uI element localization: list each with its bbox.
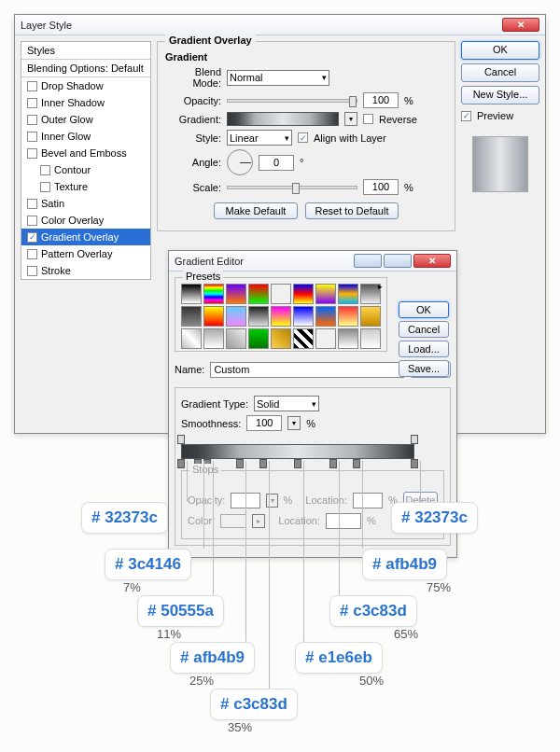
style-item-color-overlay[interactable]: Color Overlay: [21, 212, 150, 229]
preset-swatch[interactable]: [203, 284, 224, 304]
cancel-button[interactable]: Cancel: [461, 63, 539, 82]
make-default-button[interactable]: Make Default: [214, 202, 298, 219]
opacity-label: Opacity:: [165, 95, 221, 106]
style-item-inner-shadow[interactable]: Inner Shadow: [21, 94, 150, 111]
style-item-inner-glow[interactable]: Inner Glow: [21, 128, 150, 145]
preset-swatch[interactable]: [203, 306, 224, 327]
style-item-drop-shadow[interactable]: Drop Shadow: [21, 77, 150, 94]
preset-swatch[interactable]: [293, 328, 314, 349]
checkbox[interactable]: [27, 249, 37, 259]
checkbox[interactable]: [27, 132, 37, 142]
scale-slider[interactable]: [227, 186, 357, 189]
style-item-pattern-overlay[interactable]: Pattern Overlay: [21, 245, 150, 262]
color-annotation: # afb4b9: [170, 642, 255, 674]
style-combo[interactable]: Linear: [227, 130, 292, 146]
preset-swatch[interactable]: [271, 328, 291, 349]
preview-checkbox[interactable]: [461, 111, 471, 121]
preset-swatch[interactable]: [360, 328, 381, 349]
preset-swatch[interactable]: [360, 306, 381, 327]
style-item-stroke[interactable]: Stroke: [21, 262, 150, 279]
ge-load-button[interactable]: Load...: [399, 341, 449, 357]
gradient-swatch[interactable]: [227, 112, 339, 126]
style-item-texture[interactable]: Texture: [21, 178, 150, 195]
scale-value[interactable]: 100: [363, 179, 399, 195]
style-item-bevel-and-emboss[interactable]: Bevel and Emboss: [21, 145, 150, 161]
blend-mode-label: Blend Mode:: [165, 66, 221, 89]
minimize-icon[interactable]: [354, 254, 382, 268]
smoothness-dropdown[interactable]: ▾: [287, 416, 301, 430]
checkbox[interactable]: [40, 165, 50, 175]
checkbox[interactable]: [27, 148, 37, 159]
checkbox[interactable]: [27, 98, 37, 108]
angle-dial[interactable]: [227, 149, 253, 175]
gradient-picker-button[interactable]: ▾: [344, 112, 357, 126]
preset-swatch[interactable]: [271, 306, 291, 327]
reset-default-button[interactable]: Reset to Default: [305, 202, 399, 219]
preset-swatch[interactable]: [226, 328, 246, 349]
style-item-contour[interactable]: Contour: [21, 161, 150, 178]
preset-swatch[interactable]: [271, 284, 291, 304]
smoothness-value[interactable]: 100: [246, 415, 282, 431]
preset-swatch[interactable]: [181, 284, 202, 304]
color-stop[interactable]: [236, 459, 244, 468]
opacity-stop[interactable]: [177, 435, 185, 444]
color-stop[interactable]: [294, 459, 301, 468]
close-icon[interactable]: ✕: [413, 254, 451, 268]
ge-cancel-button[interactable]: Cancel: [399, 321, 449, 338]
preset-swatch[interactable]: [315, 328, 336, 349]
gradient-editor-titlebar[interactable]: Gradient Editor ✕: [169, 251, 456, 272]
checkbox[interactable]: [27, 266, 37, 276]
preset-swatch[interactable]: [293, 284, 314, 304]
angle-value[interactable]: 0: [259, 155, 294, 171]
checkbox[interactable]: [27, 81, 37, 91]
presets-menu-icon[interactable]: ▸: [378, 282, 383, 291]
align-checkbox[interactable]: [298, 132, 308, 143]
preset-swatch[interactable]: [226, 284, 246, 304]
preset-swatch[interactable]: [226, 306, 246, 327]
ge-save-button[interactable]: Save...: [399, 360, 449, 377]
opacity-stop[interactable]: [411, 435, 418, 444]
preset-swatch[interactable]: [248, 328, 269, 349]
new-style-button[interactable]: New Style...: [461, 86, 539, 104]
preset-swatch[interactable]: [181, 306, 202, 327]
ok-button[interactable]: OK: [461, 41, 539, 60]
checkbox[interactable]: [27, 232, 37, 243]
style-label: Style:: [165, 132, 221, 144]
preset-swatch[interactable]: [315, 306, 336, 327]
color-stop[interactable]: [259, 459, 267, 468]
opacity-slider[interactable]: [227, 99, 357, 103]
style-item-outer-glow[interactable]: Outer Glow: [21, 111, 150, 128]
blend-mode-combo[interactable]: Normal: [227, 70, 329, 86]
maximize-icon[interactable]: [384, 254, 412, 268]
preset-swatch[interactable]: [248, 306, 269, 327]
color-stop[interactable]: [411, 459, 418, 468]
preset-swatch[interactable]: [338, 328, 358, 349]
checkbox[interactable]: [27, 216, 37, 226]
blending-options-row[interactable]: Blending Options: Default: [21, 60, 150, 77]
checkbox[interactable]: [27, 199, 37, 209]
color-stop[interactable]: [329, 459, 337, 468]
preset-swatch[interactable]: [181, 328, 202, 349]
color-stop[interactable]: [353, 459, 360, 468]
preset-swatch[interactable]: [203, 328, 224, 349]
gradient-name-input[interactable]: Custom: [210, 362, 404, 378]
preset-swatch[interactable]: [315, 284, 336, 304]
layer-style-titlebar[interactable]: Layer Style ✕: [15, 15, 545, 35]
stop-percent-label: 25%: [189, 674, 214, 688]
opacity-value[interactable]: 100: [363, 92, 399, 108]
close-icon[interactable]: ✕: [502, 18, 539, 32]
preset-swatch[interactable]: [338, 284, 358, 304]
preset-grid[interactable]: [181, 284, 381, 349]
preset-swatch[interactable]: [338, 306, 358, 327]
checkbox[interactable]: [27, 115, 37, 125]
preset-swatch[interactable]: [248, 284, 269, 304]
style-item-satin[interactable]: Satin: [21, 195, 150, 212]
ge-ok-button[interactable]: OK: [399, 301, 449, 318]
checkbox[interactable]: [40, 182, 50, 192]
color-annotation: # 32373c: [391, 502, 478, 534]
style-item-gradient-overlay[interactable]: Gradient Overlay: [21, 229, 150, 245]
reverse-checkbox[interactable]: [363, 114, 373, 124]
color-stop[interactable]: [177, 459, 185, 468]
gradient-type-combo[interactable]: Solid: [254, 396, 319, 411]
preset-swatch[interactable]: [293, 306, 314, 327]
